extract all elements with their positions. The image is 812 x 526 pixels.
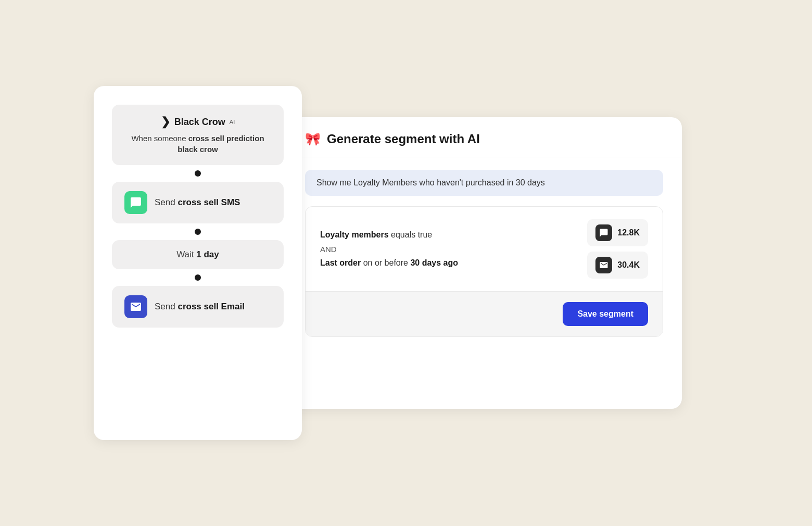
email-prefix: Send xyxy=(155,302,177,311)
wait-label: Wait 1 day xyxy=(176,249,219,260)
wait-prefix: Wait xyxy=(176,249,196,259)
email-icon-bg xyxy=(124,295,147,318)
condition1-suffix: equals true xyxy=(389,230,433,239)
sms-count-number: 12.8K xyxy=(617,228,640,237)
email-step-label: Send cross sell Email xyxy=(155,302,245,312)
condition2-middle: on or before xyxy=(361,258,410,267)
bow-tie-icon: 🎀 xyxy=(305,132,321,146)
envelope-icon xyxy=(130,300,142,313)
trigger-description: When someone cross sell prediction black… xyxy=(124,133,271,155)
sms-step: Send cross sell SMS xyxy=(112,182,284,223)
trigger-bold: cross sell prediction black crow xyxy=(177,134,264,154)
email-count-icon xyxy=(595,257,612,273)
wait-step: Wait 1 day xyxy=(112,240,284,269)
condition-1: Loyalty members equals true xyxy=(320,228,577,243)
conditions-row: Loyalty members equals true AND Last ord… xyxy=(306,207,663,291)
condition2-bold2: 30 days ago xyxy=(410,258,458,267)
email-count-number: 30.4K xyxy=(617,260,640,270)
sms-count-icon xyxy=(595,224,612,241)
email-step: Send cross sell Email xyxy=(112,286,284,328)
sms-step-label: Send cross sell SMS xyxy=(155,197,240,208)
counts-panel: 12.8K 30.4K xyxy=(587,219,648,279)
condition2-bold1: Last order xyxy=(320,258,361,267)
brand-ai-label: AI xyxy=(230,119,235,125)
ai-panel-title: Generate segment with AI xyxy=(327,132,480,146)
email-count-badge: 30.4K xyxy=(587,252,648,279)
sms-icon-bg xyxy=(124,191,147,214)
chat-icon xyxy=(130,196,142,209)
ai-query-bubble: Show me Loyalty Members who haven't purc… xyxy=(305,170,663,196)
condition1-bold: Loyalty members xyxy=(320,230,389,239)
workflow-panel: ❯ Black CrowAI When someone cross sell p… xyxy=(94,86,302,440)
conditions-text: Loyalty members equals true AND Last ord… xyxy=(320,228,577,271)
brand-name: Black Crow xyxy=(174,117,225,128)
trigger-brand: ❯ Black CrowAI xyxy=(161,115,235,129)
connector-dot-2 xyxy=(195,229,201,235)
condition-2: Last order on or before 30 days ago xyxy=(320,256,577,271)
ai-results: Loyalty members equals true AND Last ord… xyxy=(305,206,663,337)
envelope-count-icon xyxy=(599,260,608,270)
ai-panel: 🎀 Generate segment with AI Show me Loyal… xyxy=(286,117,682,409)
connector-dot-3 xyxy=(195,274,201,281)
sms-count-badge: 12.8K xyxy=(587,219,648,246)
and-label: AND xyxy=(320,245,577,254)
connector-dot-1 xyxy=(195,170,201,177)
trigger-step: ❯ Black CrowAI When someone cross sell p… xyxy=(112,105,284,165)
trigger-prefix: When someone xyxy=(131,134,188,143)
brand-icon: ❯ xyxy=(161,115,170,129)
chat-count-icon xyxy=(599,228,608,237)
ai-footer: Save segment xyxy=(306,291,663,336)
wait-bold: 1 day xyxy=(196,249,219,259)
ai-header: 🎀 Generate segment with AI xyxy=(286,117,682,157)
sms-bold: cross sell SMS xyxy=(177,197,240,207)
save-segment-button[interactable]: Save segment xyxy=(563,302,648,326)
sms-prefix: Send xyxy=(155,197,177,207)
email-bold: cross sell Email xyxy=(177,302,245,311)
